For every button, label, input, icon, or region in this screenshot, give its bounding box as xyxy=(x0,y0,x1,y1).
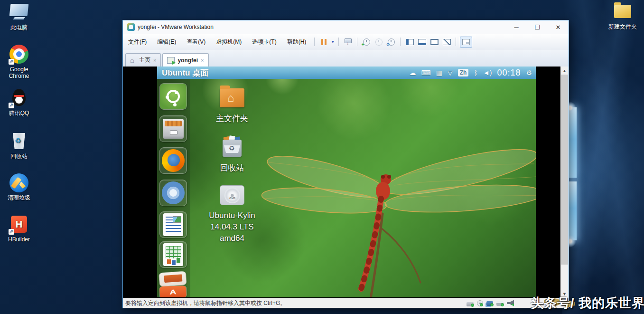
panel-title: Ubuntu 桌面 xyxy=(162,67,208,78)
icon-label: 主文件夹 xyxy=(194,113,270,124)
take-snapshot-button[interactable]: + xyxy=(360,36,373,48)
title-bar[interactable]: yongfei - VMware Workstation ─ ☐ ✕ xyxy=(123,20,569,34)
folder-icon xyxy=(614,5,631,18)
desktop-icon-google-chrome[interactable]: Google Chrome xyxy=(0,45,38,79)
libreoffice-calc-icon xyxy=(163,243,183,266)
home-icon xyxy=(130,57,136,63)
dragonfly-wallpaper xyxy=(257,119,536,297)
scroll-up-icon[interactable]: ▲ xyxy=(560,67,569,75)
close-tab-icon[interactable]: × xyxy=(153,57,156,63)
guest-icon-home-folder[interactable]: 主文件夹 xyxy=(194,86,270,124)
icon-label: HBuilder xyxy=(0,236,38,243)
guest-icon-trash[interactable]: 回收站 xyxy=(194,136,270,174)
panel-clock[interactable]: 00:18 xyxy=(497,68,521,78)
launcher-libreoffice-impress[interactable] xyxy=(159,271,187,287)
toolbar-separator xyxy=(357,38,357,46)
ubuntu-top-panel[interactable]: Ubuntu 桌面 ☁ ⌨ ▦ ▽ Zh ᛒ ◄) 00:18 ⚙ xyxy=(157,67,536,79)
close-tab-icon[interactable]: × xyxy=(201,57,204,63)
snapshot-manager-icon: ⚙ xyxy=(388,38,395,46)
launcher-firefox[interactable] xyxy=(159,147,187,174)
menu-view[interactable]: 查看(V) xyxy=(181,34,211,50)
ubuntu-guest-screen[interactable]: Ubuntu 桌面 ☁ ⌨ ▦ ▽ Zh ᛒ ◄) 00:18 ⚙ xyxy=(157,67,536,297)
tab-label: 主页 xyxy=(139,56,150,64)
libreoffice-writer-icon xyxy=(163,213,183,236)
thumbnail-bar-button[interactable] xyxy=(416,36,428,48)
menu-bar: 文件(F) 编辑(E) 查看(V) 虚拟机(M) 选项卡(T) 帮助(H) ▼ … xyxy=(123,34,569,50)
menu-edit[interactable]: 编辑(E) xyxy=(152,34,181,50)
desktop-icon-recycle-bin[interactable]: 回收站 xyxy=(0,132,38,160)
session-gear-icon[interactable]: ⚙ xyxy=(526,67,532,79)
console-view-icon xyxy=(460,37,472,48)
tab-yongfei[interactable]: yongfei × xyxy=(162,53,208,67)
maximize-button[interactable]: ☐ xyxy=(527,20,548,34)
snapshot-manager-button[interactable]: ⚙ xyxy=(385,36,397,48)
icon-label: amd64 xyxy=(194,233,270,244)
launcher-file-manager[interactable] xyxy=(159,115,187,142)
cdrom-icon[interactable] xyxy=(477,300,483,306)
this-pc-icon xyxy=(9,4,29,16)
vmware-app-icon xyxy=(127,23,135,31)
toolbar-separator xyxy=(338,38,339,46)
home-folder-icon xyxy=(220,88,244,107)
send-ctrl-alt-del-button[interactable] xyxy=(342,36,354,48)
launcher-dash-home[interactable] xyxy=(159,83,187,110)
launcher-libreoffice-writer[interactable] xyxy=(159,211,187,238)
revert-snapshot-button[interactable] xyxy=(373,36,385,48)
pause-vm-button[interactable] xyxy=(317,36,330,48)
library-panel-button[interactable] xyxy=(403,36,416,48)
icon-label: 此电脑 xyxy=(0,24,38,31)
launcher-chromium[interactable] xyxy=(159,180,187,206)
toolbar-separator xyxy=(400,38,401,46)
unity-launcher: A xyxy=(157,79,190,297)
launcher-libreoffice-calc[interactable] xyxy=(159,241,187,268)
harddisk-icon[interactable] xyxy=(467,302,474,306)
dvd-disc-icon: DVD xyxy=(220,185,244,205)
vm-console-area[interactable]: Ubuntu 桌面 ☁ ⌨ ▦ ▽ Zh ᛒ ◄) 00:18 ⚙ xyxy=(123,67,569,298)
unity-mode-icon xyxy=(443,39,451,45)
menu-file[interactable]: 文件(F) xyxy=(123,34,152,50)
desktop-icon-this-pc[interactable]: 此电脑 xyxy=(0,3,38,31)
scrollbar-thumb[interactable] xyxy=(561,75,568,265)
calendar-icon[interactable]: ▦ xyxy=(436,67,442,79)
shortcut-arrow-icon xyxy=(9,229,14,235)
network-adapter-icon[interactable] xyxy=(486,301,493,306)
minimize-button[interactable]: ─ xyxy=(506,20,527,34)
dvd-label: DVD xyxy=(224,197,240,200)
vmware-window: yongfei - VMware Workstation ─ ☐ ✕ 文件(F)… xyxy=(122,20,569,308)
console-view-button[interactable] xyxy=(459,36,473,48)
bluetooth-icon[interactable]: ᛒ xyxy=(474,67,477,79)
network-wifi-icon[interactable]: ▽ xyxy=(448,67,453,79)
tab-label: yongfei xyxy=(177,57,198,64)
tab-bar: 主页 × yongfei × xyxy=(123,50,569,67)
desktop-icon-hbuilder[interactable]: H HBuilder xyxy=(0,215,38,243)
guest-icon-dvd[interactable]: DVD Ubuntu-Kylin 14.04.3 LTS amd64 xyxy=(194,183,270,244)
sound-icon[interactable] xyxy=(507,300,514,306)
printer-icon[interactable] xyxy=(496,301,504,306)
input-method-badge[interactable]: Zh xyxy=(458,69,469,76)
take-snapshot-icon: + xyxy=(363,38,370,46)
keyboard-icon[interactable]: ⌨ xyxy=(421,67,431,79)
libreoffice-impress-icon xyxy=(159,271,187,286)
desktop-icon-cleaner[interactable]: 清理垃圾 xyxy=(0,173,38,201)
volume-icon[interactable]: ◄) xyxy=(483,67,492,79)
icon-label: 清理垃圾 xyxy=(0,194,38,201)
library-panel-icon xyxy=(406,39,414,45)
icon-label: Ubuntu-Kylin xyxy=(194,210,270,221)
desktop-icon-tencent-qq[interactable]: 腾讯QQ xyxy=(0,88,38,116)
launcher-software-center[interactable]: A xyxy=(159,285,187,297)
ctrl-alt-del-icon xyxy=(344,38,352,46)
vmware-status-bar: 要将输入定向到该虚拟机，请将鼠标指针移入其中或按 Ctrl+G。 xyxy=(123,298,569,308)
tab-home[interactable]: 主页 × xyxy=(125,53,161,67)
menu-tabs[interactable]: 选项卡(T) xyxy=(247,34,281,50)
fullscreen-button[interactable] xyxy=(428,36,440,48)
menu-help[interactable]: 帮助(H) xyxy=(282,34,312,50)
device-status-icons xyxy=(467,300,514,306)
unity-mode-button[interactable] xyxy=(440,36,453,48)
shortcut-arrow-icon xyxy=(9,103,14,108)
menu-vm[interactable]: 虚拟机(M) xyxy=(211,34,247,50)
desktop-icon-new-folder[interactable]: 新建文件夹 xyxy=(604,2,642,30)
weather-icon[interactable]: ☁ xyxy=(410,67,416,79)
close-button[interactable]: ✕ xyxy=(548,20,569,34)
vertical-scrollbar[interactable]: ▲ ▼ xyxy=(560,67,569,298)
pause-dropdown-arrow-icon[interactable]: ▼ xyxy=(330,40,336,44)
